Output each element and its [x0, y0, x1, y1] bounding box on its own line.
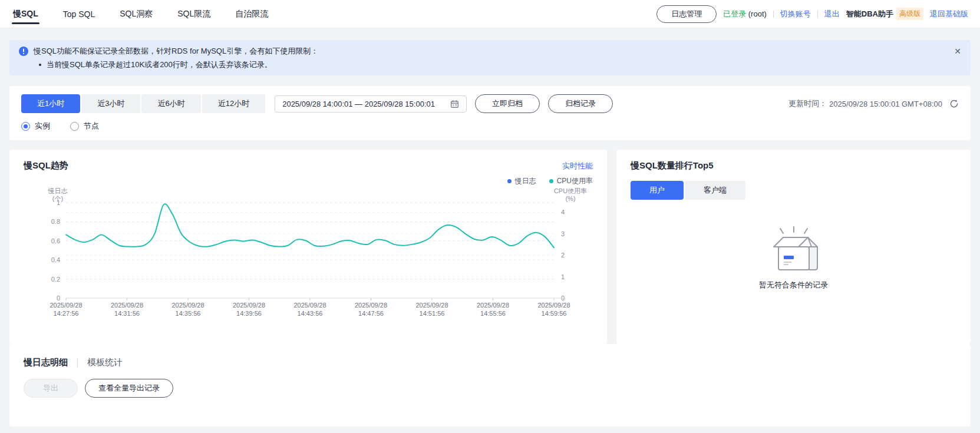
svg-text:14:51:56: 14:51:56: [420, 310, 445, 317]
divider: [773, 11, 774, 18]
time-range-近1小时[interactable]: 近1小时: [21, 94, 80, 113]
logout-link[interactable]: 退出: [824, 9, 840, 19]
svg-text:0.6: 0.6: [51, 237, 60, 244]
trend-chart: 00.20.40.60.81012342025/09/2814:27:56202…: [24, 186, 593, 330]
svg-text:14:35:56: 14:35:56: [176, 310, 201, 317]
empty-state: 暂无符合条件的记录: [631, 224, 956, 290]
date-range-value: 2025/09/28 14:00:01 — 2025/09/28 15:00:0…: [282, 100, 435, 108]
info-icon: [19, 47, 28, 56]
log-manage-button[interactable]: 日志管理: [656, 5, 717, 23]
svg-text:0: 0: [57, 295, 60, 302]
series-line-CPU使用率: [66, 204, 554, 247]
banner-bullet-text: 当前慢SQL单条记录超过10K或者200行时，会默认丢弃该条记录。: [47, 59, 945, 70]
info-banner: 慢SQL功能不能保证记录全部数据，针对RDS for MySQL引擎，会有如下使…: [9, 40, 971, 75]
nav-tab-慢SQL[interactable]: 慢SQL: [12, 0, 39, 28]
top5-card: 慢SQL数量排行Top5 用户客户端 暂无符合条件的记录: [616, 150, 971, 344]
premium-badge: 高级版: [896, 8, 923, 20]
top5-tabs: 用户客户端: [631, 181, 956, 200]
legend-dot-icon: [549, 179, 553, 183]
export-button[interactable]: 导出: [24, 379, 78, 398]
top5-tab-客户端[interactable]: 客户端: [685, 181, 745, 200]
svg-text:0.8: 0.8: [51, 218, 60, 225]
legend-dot-icon: [507, 179, 512, 183]
svg-text:4: 4: [561, 209, 565, 216]
nav-tabs: 慢SQLTop SQLSQL洞察SQL限流自治限流: [12, 0, 269, 28]
banner-text: 慢SQL功能不能保证记录全部数据，针对RDS for MySQL引擎，会有如下使…: [34, 45, 318, 57]
svg-text:(个): (个): [52, 195, 63, 202]
svg-text:14:47:56: 14:47:56: [358, 310, 384, 317]
empty-box-icon: [765, 224, 822, 274]
svg-text:2: 2: [561, 252, 565, 259]
radio-label: 节点: [84, 121, 99, 131]
scope-radio-group: 实例节点: [21, 121, 959, 131]
top5-card-title: 慢SQL数量排行Top5: [631, 160, 714, 170]
time-range-近12小时[interactable]: 近12小时: [202, 94, 265, 113]
time-range-group: 近1小时近3小时近6小时近12小时: [21, 94, 265, 113]
realtime-perf-link[interactable]: 实时性能: [562, 161, 593, 171]
nav-tab-SQL限流[interactable]: SQL限流: [176, 0, 212, 28]
update-time: 更新时间： 2025/09/28 15:00:01 GMT+08:00: [788, 98, 959, 109]
svg-text:2025/09/28: 2025/09/28: [171, 302, 204, 309]
divider: [817, 11, 818, 18]
svg-text:14:39:56: 14:39:56: [236, 310, 262, 317]
svg-text:慢日志: 慢日志: [48, 187, 68, 194]
svg-text:0.4: 0.4: [51, 256, 60, 263]
refresh-icon[interactable]: [949, 99, 959, 108]
close-icon[interactable]: ✕: [954, 46, 961, 57]
svg-text:14:31:56: 14:31:56: [114, 310, 140, 317]
trend-card-title: 慢SQL趋势: [24, 160, 68, 171]
radio-label: 实例: [35, 121, 50, 131]
update-time-value: 2025/09/28 15:00:01 GMT+08:00: [829, 100, 942, 108]
divider: [77, 358, 78, 368]
view-export-records-button[interactable]: 查看全量导出记录: [85, 379, 173, 398]
archive-records-button[interactable]: 归档记录: [548, 94, 613, 113]
calendar-icon: [450, 100, 459, 108]
login-user: (root): [748, 9, 767, 18]
top5-tab-用户[interactable]: 用户: [631, 181, 684, 200]
nav-tab-SQL洞察[interactable]: SQL洞察: [118, 0, 154, 28]
svg-text:3: 3: [561, 230, 565, 237]
svg-text:2025/09/28: 2025/09/28: [415, 302, 448, 309]
nav-tab-自治限流[interactable]: 自治限流: [234, 0, 269, 28]
svg-text:(%): (%): [565, 195, 575, 202]
svg-text:2025/09/28: 2025/09/28: [477, 302, 509, 309]
svg-text:2025/09/28: 2025/09/28: [293, 302, 326, 309]
slow-sql-trend-card: 慢SQL趋势 实时性能 慢日志CPU使用率 00.20.40.60.810123…: [9, 150, 607, 344]
time-range-近3小时[interactable]: 近3小时: [81, 94, 140, 113]
svg-text:2025/09/28: 2025/09/28: [537, 302, 570, 309]
update-time-label: 更新时间：: [788, 98, 827, 109]
archive-now-button[interactable]: 立即归档: [475, 94, 540, 113]
legend-慢日志[interactable]: 慢日志: [507, 176, 536, 186]
chart-legend: 慢日志CPU使用率: [24, 176, 593, 186]
radio-实例[interactable]: 实例: [21, 121, 50, 131]
svg-text:14:27:56: 14:27:56: [54, 310, 79, 317]
date-range-input[interactable]: 2025/09/28 14:00:01 — 2025/09/28 15:00:0…: [275, 95, 467, 113]
legend-label: CPU使用率: [557, 176, 593, 186]
svg-text:2025/09/28: 2025/09/28: [355, 302, 387, 309]
legend-CPU使用率[interactable]: CPU使用率: [549, 176, 593, 186]
svg-text:CPU使用率: CPU使用率: [554, 187, 587, 194]
radio-circle: [21, 122, 30, 131]
top-header: 慢SQLTop SQLSQL洞察SQL限流自治限流 日志管理 已登录 (root…: [0, 0, 980, 28]
assistant-title: 智能DBA助手: [846, 9, 893, 19]
slow-log-detail-card: 慢日志明细模板统计 导出 查看全量导出记录: [9, 344, 971, 427]
svg-text:14:59:56: 14:59:56: [542, 310, 567, 317]
back-basic-link[interactable]: 退回基础版: [930, 9, 968, 19]
radio-circle: [70, 122, 79, 131]
radio-dot: [24, 124, 28, 128]
time-range-近6小时[interactable]: 近6小时: [141, 94, 200, 113]
svg-text:14:43:56: 14:43:56: [298, 310, 323, 317]
header-right: 日志管理 已登录 (root) 切换账号 退出 智能DBA助手 高级版 退回基础…: [656, 5, 968, 23]
login-status: 已登录: [723, 9, 746, 18]
legend-label: 慢日志: [515, 176, 536, 186]
empty-state-text: 暂无符合条件的记录: [759, 280, 828, 290]
cards-row: 慢SQL趋势 实时性能 慢日志CPU使用率 00.20.40.60.810123…: [9, 150, 971, 344]
svg-text:2025/09/28: 2025/09/28: [233, 302, 265, 309]
svg-text:1: 1: [561, 273, 565, 280]
nav-tab-Top SQL[interactable]: Top SQL: [62, 0, 96, 28]
radio-节点[interactable]: 节点: [70, 121, 99, 131]
switch-account-link[interactable]: 切换账号: [780, 9, 811, 19]
detail-tab-慢日志明细[interactable]: 慢日志明细: [24, 357, 68, 368]
detail-tab-模板统计[interactable]: 模板统计: [87, 357, 123, 368]
detail-tabs: 慢日志明细模板统计: [24, 357, 956, 368]
